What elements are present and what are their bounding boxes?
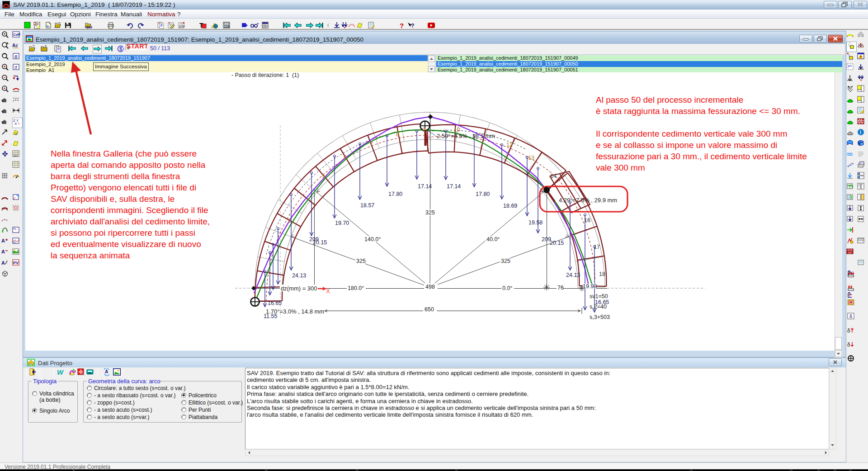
svg-text:209: 209 xyxy=(542,236,551,243)
svg-text:A: A xyxy=(1,260,5,266)
svg-text:?: ? xyxy=(400,22,404,29)
svg-text:17.14: 17.14 xyxy=(418,183,432,190)
svg-text:325: 325 xyxy=(356,258,366,264)
svg-text:Tit..: Tit.. xyxy=(13,228,18,230)
svg-text:12..: 12.. xyxy=(13,241,17,243)
svg-text:sv1=50: sv1=50 xyxy=(590,293,608,300)
svg-text:dz(mm) = 300: dz(mm) = 300 xyxy=(281,285,317,292)
svg-text:140.0°: 140.0° xyxy=(364,236,381,243)
svg-text:14: 14 xyxy=(550,173,557,179)
svg-text:S: S xyxy=(119,47,123,52)
svg-text:9: 9 xyxy=(422,127,425,133)
svg-text:18.57: 18.57 xyxy=(360,202,374,209)
svg-text:i: i xyxy=(860,130,861,135)
svg-text:180.0°: 180.0° xyxy=(348,285,364,291)
svg-text:1.70°=3.0% , 14.8 mm: 1.70°=3.0% , 14.8 mm xyxy=(266,308,324,315)
svg-text:18.69: 18.69 xyxy=(503,203,517,209)
svg-text:DXF: DXF xyxy=(86,26,92,29)
svg-text:φ: φ xyxy=(14,54,18,59)
svg-text:17.80: 17.80 xyxy=(388,191,402,197)
svg-text:19.98: 19.98 xyxy=(583,283,597,290)
svg-text:A: A xyxy=(105,369,108,374)
svg-text:13: 13 xyxy=(528,155,534,161)
svg-text:?: ? xyxy=(411,23,414,29)
svg-text:17.80: 17.80 xyxy=(476,191,490,197)
svg-text:s,2=40: s,2=40 xyxy=(590,304,607,310)
svg-text:σ: σ xyxy=(14,65,18,70)
svg-text:s,3+503: s,3+503 xyxy=(590,314,610,320)
svg-text:δ: δ xyxy=(847,328,850,334)
svg-text:0.0°: 0.0° xyxy=(502,285,512,291)
svg-text:123: 123 xyxy=(13,154,18,157)
svg-text:24.13: 24.13 xyxy=(566,272,580,278)
svg-text:209: 209 xyxy=(309,236,319,243)
svg-text:8: 8 xyxy=(396,131,399,138)
svg-text:17.14: 17.14 xyxy=(447,183,461,190)
svg-text:650: 650 xyxy=(425,306,434,313)
svg-text:4.29°=7.5% , 29.9 mm: 4.29°=7.5% , 29.9 mm xyxy=(559,197,617,204)
svg-text:19.58: 19.58 xyxy=(528,219,542,226)
svg-text:DXF: DXF xyxy=(179,25,185,28)
svg-text:498: 498 xyxy=(425,284,435,290)
svg-text:X: X xyxy=(14,122,17,125)
svg-text:16.65: 16.65 xyxy=(268,300,282,306)
svg-text:PV: PV xyxy=(13,261,19,265)
svg-text:X: X xyxy=(326,287,330,295)
svg-text:6: 6 xyxy=(344,154,347,161)
svg-text:17: 17 xyxy=(594,244,600,250)
svg-text:12.: 12. xyxy=(14,132,19,135)
svg-text:δ: δ xyxy=(847,342,850,348)
svg-text:2.59°=4.5% , 18.1 mm: 2.59°=4.5% , 18.1 mm xyxy=(437,133,495,139)
svg-text:5: 5 xyxy=(322,173,325,179)
svg-text:CdP: CdP xyxy=(13,33,20,37)
svg-text:19.70: 19.70 xyxy=(335,220,349,226)
svg-text:7: 7 xyxy=(370,141,373,147)
svg-text:16: 16 xyxy=(584,217,590,224)
svg-text:A: A xyxy=(1,249,5,254)
svg-text:325: 325 xyxy=(501,258,510,264)
svg-text:3: 3 xyxy=(288,218,291,224)
svg-text:20.15: 20.15 xyxy=(550,240,564,246)
svg-text:δ: δ xyxy=(849,314,852,319)
svg-text:12: 12 xyxy=(506,142,513,148)
svg-text:18: 18 xyxy=(599,271,605,277)
svg-text:76: 76 xyxy=(557,285,564,291)
svg-text:24.13: 24.13 xyxy=(292,272,306,279)
svg-text:325: 325 xyxy=(425,209,435,216)
svg-text:A♯: A♯ xyxy=(12,43,18,48)
svg-text:W: W xyxy=(57,368,64,376)
svg-text:A: A xyxy=(1,238,5,243)
svg-text:40.0°: 40.0° xyxy=(486,236,500,243)
svg-text:10: 10 xyxy=(454,127,460,133)
